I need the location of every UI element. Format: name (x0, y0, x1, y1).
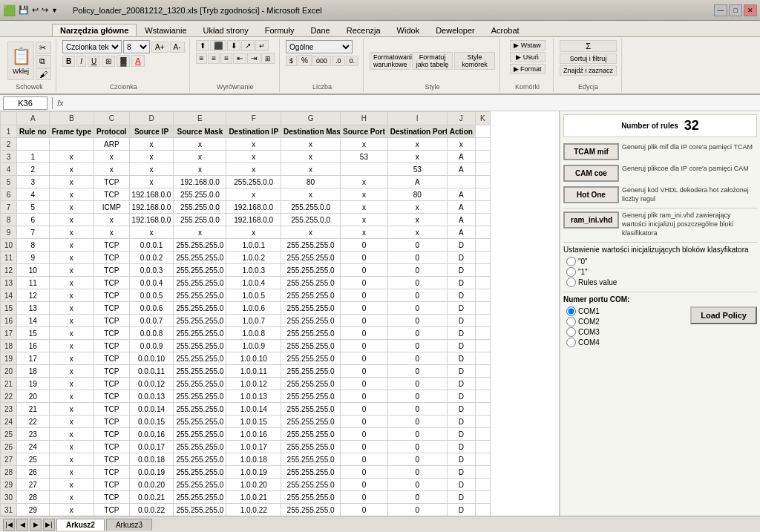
col-header-e[interactable]: E (174, 112, 226, 125)
minimize-button[interactable]: — (714, 4, 727, 16)
format-as-table-button[interactable]: Formatuj jako tabelę (412, 52, 453, 70)
paste-button[interactable]: 📋 Wklej (7, 42, 34, 80)
align-right-button[interactable]: ≡ (220, 53, 232, 64)
col-header-j[interactable]: J (447, 112, 475, 125)
sort-filter-button[interactable]: Sortuj i filtruj (560, 53, 617, 64)
col-header-d[interactable]: D (129, 112, 174, 125)
wrap-text-button[interactable]: ↵ (255, 40, 269, 51)
tab-data[interactable]: Dane (302, 24, 338, 36)
formula-input[interactable] (67, 96, 757, 110)
tcam-mif-button[interactable]: TCAM mif (563, 143, 619, 160)
fill-color-button[interactable]: ▓ (117, 55, 130, 67)
font-name-selector[interactable]: Czcionka tekstu (62, 40, 122, 53)
delete-cells-button[interactable]: ▶ Usuń (510, 52, 546, 62)
decrease-indent-button[interactable]: ⇤ (233, 53, 246, 64)
align-center-button[interactable]: ≡ (208, 53, 220, 64)
bold-button[interactable]: B (62, 56, 75, 67)
cell-e1[interactable]: Source Mask (174, 125, 226, 138)
cut-button[interactable]: ✂ (36, 42, 51, 54)
radio-rules-value[interactable] (566, 278, 576, 287)
cell-h1[interactable]: Source Port (341, 125, 388, 138)
radio-com3[interactable] (566, 327, 576, 337)
border-button[interactable]: ⊞ (102, 56, 115, 67)
quick-access-dropdown[interactable]: ▼ (51, 7, 58, 14)
insert-cells-button[interactable]: ▶ Wstaw (510, 40, 546, 50)
cell-f1[interactable]: Destination IP (226, 125, 281, 138)
col-header-k[interactable]: K (475, 112, 490, 125)
sheet-first-button[interactable]: |◀ (3, 519, 15, 531)
number-format-selector[interactable]: OgólneLiczbaWaluta (286, 40, 353, 53)
format-painter-button[interactable]: 🖌 (36, 68, 51, 80)
quick-access-undo[interactable]: ↩ (32, 5, 39, 15)
increase-decimal-button[interactable]: .0 (332, 56, 345, 66)
sheet-tab-arkusz3[interactable]: Arkusz3 (106, 519, 152, 531)
font-color-button[interactable]: A (131, 55, 144, 67)
spreadsheet-container[interactable]: A B C D E F G H I J K 1 Rule no (0, 111, 560, 516)
cell-d1[interactable]: Source IP (129, 125, 174, 138)
sheet-last-button[interactable]: ▶| (43, 519, 55, 531)
cam-coe-button[interactable]: CAM coe (563, 165, 619, 182)
tab-acrobat[interactable]: Acrobat (483, 24, 528, 36)
accounting-format-button[interactable]: $ (286, 56, 297, 66)
tab-home[interactable]: Narzędzia główne (52, 24, 137, 36)
cell-styles-button[interactable]: Style komórek (454, 52, 495, 70)
tab-formulas[interactable]: Formuły (257, 24, 303, 36)
align-left-button[interactable]: ≡ (196, 53, 208, 64)
angle-text-button[interactable]: ↗ (241, 40, 255, 51)
merge-button[interactable]: ⊞ (261, 53, 275, 64)
col-header-g[interactable]: G (281, 112, 341, 125)
hot-one-button[interactable]: Hot One (563, 186, 619, 203)
ram-ini-button[interactable]: ram_ini.vhd (563, 211, 619, 229)
radio-one[interactable] (566, 267, 576, 277)
load-policy-button[interactable]: Load Policy (690, 306, 757, 324)
tab-developer[interactable]: Deweloper (428, 24, 483, 36)
cell-k1[interactable] (475, 125, 490, 138)
col-header-i[interactable]: I (387, 112, 447, 125)
autosum-button[interactable]: Σ (560, 40, 617, 52)
increase-font-button[interactable]: A+ (151, 42, 168, 53)
col-header-c[interactable]: C (94, 112, 130, 125)
tab-review[interactable]: Recenzja (338, 24, 389, 36)
align-top-button[interactable]: ⬆ (196, 40, 209, 51)
find-select-button[interactable]: Znajdź i zaznacz (560, 65, 617, 76)
underline-button[interactable]: U (88, 56, 100, 67)
radio-zero[interactable] (566, 257, 576, 266)
font-size-selector[interactable]: 89101112 (123, 40, 150, 53)
cell-a1[interactable]: Rule no (17, 125, 50, 138)
col-header-b[interactable]: B (49, 112, 94, 125)
sheet-tab-arkusz2[interactable]: Arkusz2 (56, 519, 105, 531)
col-header-a[interactable]: A (17, 112, 50, 125)
window-controls[interactable]: — □ ✕ (714, 4, 757, 16)
close-button[interactable]: ✕ (744, 4, 757, 16)
quick-access-redo[interactable]: ↪ (42, 5, 48, 15)
italic-button[interactable]: I (76, 56, 86, 67)
radio-com1[interactable] (566, 306, 576, 316)
thousands-separator-button[interactable]: 000 (312, 56, 331, 66)
sheet-prev-button[interactable]: ◀ (16, 519, 28, 531)
align-bottom-button[interactable]: ⬇ (227, 40, 240, 51)
cell-g1[interactable]: Destination Mask (281, 125, 341, 138)
increase-indent-button[interactable]: ⇥ (247, 53, 261, 64)
maximize-button[interactable]: □ (729, 4, 742, 16)
format-button[interactable]: ▶ Format (510, 64, 546, 74)
percent-button[interactable]: % (298, 55, 312, 66)
cell-b1[interactable]: Frame type (49, 125, 94, 138)
col-header-h[interactable]: H (341, 112, 388, 125)
col-header-f[interactable]: F (226, 112, 281, 125)
align-middle-button[interactable]: ⬛ (210, 40, 226, 51)
cell-reference-box[interactable]: K36 (3, 96, 48, 110)
copy-button[interactable]: ⧉ (36, 55, 51, 68)
tab-view[interactable]: Widok (389, 24, 428, 36)
cell-c1[interactable]: Protocol (94, 125, 130, 138)
cell-j1[interactable]: Action (447, 125, 475, 138)
quick-access-save[interactable]: 💾 (19, 5, 29, 15)
decrease-font-button[interactable]: A- (170, 42, 185, 53)
cell-i1[interactable]: Destination Port (387, 125, 447, 138)
radio-com2[interactable] (566, 317, 576, 326)
tab-insert[interactable]: Wstawianie (137, 24, 194, 36)
tab-page-layout[interactable]: Układ strony (195, 24, 257, 36)
decrease-decimal-button[interactable]: 0. (346, 56, 359, 66)
conditional-formatting-button[interactable]: Formatowanie warunkowe (370, 52, 410, 70)
sheet-next-button[interactable]: ▶ (30, 519, 42, 531)
radio-com4[interactable] (566, 338, 576, 347)
